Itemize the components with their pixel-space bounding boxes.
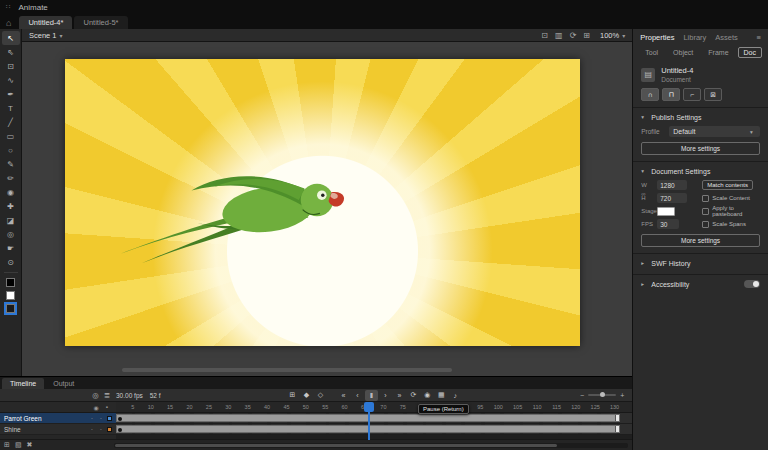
zoom-out-icon[interactable]: − xyxy=(580,392,584,399)
pen-tool[interactable]: ✒ xyxy=(2,87,20,101)
insert-keyframe-button[interactable]: ◆ xyxy=(300,390,313,401)
insert-blank-keyframe-button[interactable]: ◇ xyxy=(314,390,327,401)
rectangle-tool[interactable]: ▭ xyxy=(2,129,20,143)
text-tool[interactable]: T xyxy=(2,101,20,115)
layer-visibility-dot[interactable]: · xyxy=(89,415,95,422)
doc-quick-button-1[interactable]: ∩ xyxy=(641,88,659,101)
pencil-tool[interactable]: ✎ xyxy=(2,157,20,171)
brush-tool[interactable]: ✏ xyxy=(2,171,20,185)
document-tab[interactable]: Untitled-5* xyxy=(74,16,127,29)
track-row[interactable] xyxy=(116,413,632,424)
new-layer-button[interactable]: ⊞ xyxy=(4,441,10,449)
onion-skin-button[interactable]: ◉ xyxy=(421,390,434,401)
canvas-horizontal-scrollbar[interactable] xyxy=(122,368,452,372)
subtab-object[interactable]: Object xyxy=(667,47,699,58)
free-transform-tool[interactable]: ⊡ xyxy=(2,59,20,73)
timeline-zoom-slider[interactable] xyxy=(588,394,616,396)
oval-tool[interactable]: ○ xyxy=(2,143,20,157)
eye-column-icon[interactable]: ◉ xyxy=(94,404,99,411)
panel-tab-library[interactable]: Library xyxy=(683,33,706,42)
step-back-button[interactable]: ‹ xyxy=(351,390,364,401)
fps-display[interactable]: 30.00 fps xyxy=(116,392,143,399)
playhead-marker[interactable] xyxy=(364,402,374,412)
subtab-frame[interactable]: Frame xyxy=(702,47,734,58)
subtab-doc[interactable]: Doc xyxy=(738,47,762,58)
stroke-color-swatch[interactable] xyxy=(6,278,15,287)
loop-button[interactable]: ⟳ xyxy=(407,390,420,401)
frame-ruler[interactable]: 5101520253035404550556065707580859095100… xyxy=(116,402,632,413)
mute-button[interactable]: ♪ xyxy=(449,390,462,401)
subselection-tool[interactable]: ⇖ xyxy=(2,45,20,59)
timeline-scrollbar-thumb[interactable] xyxy=(115,444,557,447)
match-contents-button[interactable]: Match contents xyxy=(702,180,753,190)
document-tab[interactable]: Untitled-4* xyxy=(19,16,72,29)
swf-history-header[interactable]: ▸ SWF History xyxy=(641,258,760,268)
stage-color-swatch[interactable] xyxy=(657,207,675,216)
lasso-tool[interactable]: ∿ xyxy=(2,73,20,87)
fullscreen-icon[interactable]: ⊞ xyxy=(583,31,590,40)
layer-outline-color[interactable] xyxy=(107,427,112,432)
hand-tool[interactable]: ☛ xyxy=(2,241,20,255)
accessibility-toggle[interactable] xyxy=(744,280,760,288)
eraser-tool[interactable]: ◪ xyxy=(2,213,20,227)
layer-row[interactable]: Parrot Green·· xyxy=(0,413,116,424)
profile-select[interactable]: Default ▾ xyxy=(669,126,760,137)
paint-bucket-tool[interactable]: ◉ xyxy=(2,185,20,199)
timeline-scrollbar[interactable] xyxy=(114,443,628,448)
line-tool[interactable]: ╱ xyxy=(2,115,20,129)
canvas-pasteboard[interactable] xyxy=(22,42,632,376)
doc-quick-button-2[interactable]: ⊓ xyxy=(662,88,680,101)
height-field[interactable]: 720 xyxy=(657,193,687,203)
timeline-tab-timeline[interactable]: Timeline xyxy=(2,378,44,389)
rotation-icon[interactable]: ⟳ xyxy=(570,31,577,40)
layer-outline-color[interactable] xyxy=(107,416,112,421)
clip-content-icon[interactable]: ▥ xyxy=(555,31,563,40)
current-frame-display[interactable]: 52 f xyxy=(150,392,161,399)
camera-tool[interactable]: ◎ xyxy=(2,227,20,241)
panel-tab-properties[interactable]: Properties xyxy=(640,33,674,42)
apply-pasteboard-checkbox[interactable] xyxy=(702,208,709,215)
selection-tool[interactable]: ↖ xyxy=(2,31,20,45)
selected-color-swatch[interactable] xyxy=(6,304,15,313)
layer-lock-dot[interactable]: · xyxy=(98,415,104,422)
delete-layer-button[interactable]: ✖ xyxy=(27,441,33,449)
center-stage-icon[interactable]: ⊡ xyxy=(541,31,548,40)
publish-more-settings-button[interactable]: More settings xyxy=(641,142,760,155)
camera-button[interactable]: ◎ xyxy=(92,391,99,400)
jump-to-end-button[interactable]: » xyxy=(393,390,406,401)
timeline-tab-output[interactable]: Output xyxy=(45,378,82,389)
lock-column-icon[interactable]: ▪ xyxy=(106,404,108,410)
fill-color-swatch[interactable] xyxy=(6,291,15,300)
pause-button[interactable]: ‖ xyxy=(365,390,378,401)
width-field[interactable]: 1280 xyxy=(657,180,687,190)
scene-breadcrumb[interactable]: Scene 1 xyxy=(29,31,57,40)
doc-quick-button-3[interactable]: ⌐ xyxy=(683,88,701,101)
new-folder-button[interactable]: ▧ xyxy=(15,441,22,449)
step-forward-button[interactable]: › xyxy=(379,390,392,401)
layer-visibility-dot[interactable]: · xyxy=(89,426,95,433)
home-icon[interactable]: ⌂ xyxy=(6,18,11,28)
document-settings-header[interactable]: ▾ Document Settings xyxy=(641,166,760,176)
accessibility-header[interactable]: ▸ Accessibility xyxy=(641,279,760,289)
insert-frame-button[interactable]: ⊞ xyxy=(286,390,299,401)
panel-tab-assets[interactable]: Assets xyxy=(715,33,738,42)
panel-menu-icon[interactable]: ≡ xyxy=(757,33,761,42)
layer-lock-dot[interactable]: · xyxy=(98,426,104,433)
track-row[interactable] xyxy=(116,424,632,435)
subtab-tool[interactable]: Tool xyxy=(639,47,664,58)
publish-settings-header[interactable]: ▾ Publish Settings xyxy=(641,112,760,122)
document-more-settings-button[interactable]: More settings xyxy=(641,234,760,247)
jump-to-start-button[interactable]: « xyxy=(337,390,350,401)
layer-row[interactable]: Shine·· xyxy=(0,424,116,435)
app-grid-icon[interactable]: ∷ xyxy=(6,3,10,11)
stage-artboard[interactable] xyxy=(65,59,580,346)
link-dimensions-icon[interactable]: ∞ xyxy=(641,191,645,197)
zoom-in-icon[interactable]: + xyxy=(620,392,624,399)
scale-spans-checkbox[interactable] xyxy=(702,221,709,228)
edit-multiple-frames-button[interactable]: ▦ xyxy=(435,390,448,401)
zoom-select[interactable]: 100% ▾ xyxy=(600,31,625,40)
zoom-tool[interactable]: ⊙ xyxy=(2,255,20,269)
eyedropper-tool[interactable]: ✚ xyxy=(2,199,20,213)
doc-lock-button[interactable]: ⊠ xyxy=(704,88,722,101)
fps-field[interactable]: 30 xyxy=(657,219,679,229)
